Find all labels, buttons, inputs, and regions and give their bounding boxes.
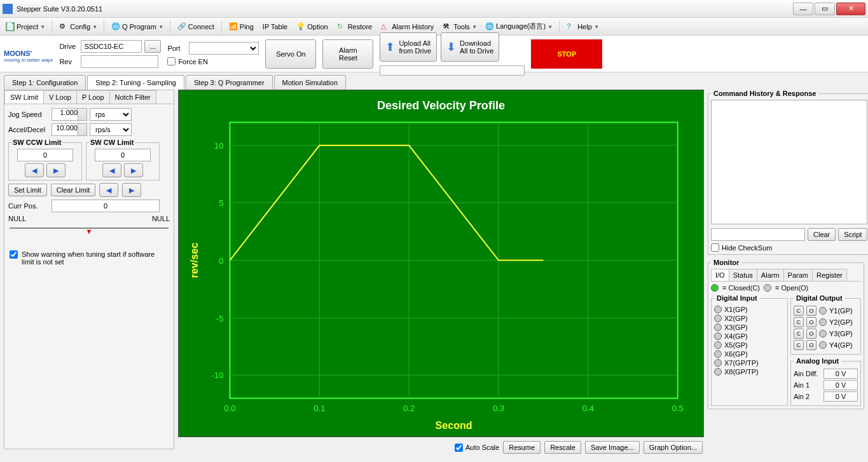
graph-option-button[interactable]: Graph Option... — [644, 441, 703, 454]
close-button[interactable]: ✕ — [836, 3, 865, 15]
subtab-vloop[interactable]: V Loop — [43, 90, 77, 104]
montab-param[interactable]: Param — [783, 269, 813, 281]
jogspeed-unit[interactable]: rps — [90, 108, 132, 121]
rev-label: Rev — [59, 58, 78, 65]
currpos-value — [52, 200, 160, 212]
null-right: NULL — [152, 215, 170, 222]
do-label-3: Y4(GP) — [829, 341, 853, 349]
menu-ping[interactable]: 📶Ping — [226, 20, 257, 33]
null-left: NULL — [8, 215, 26, 222]
do-c-1[interactable]: C — [794, 317, 804, 327]
maximize-button[interactable]: ▭ — [815, 3, 835, 15]
menu-iptable[interactable]: IP Table — [259, 21, 291, 32]
ccw-limit-input[interactable] — [17, 149, 73, 161]
di-label-1: X2(GP) — [724, 315, 748, 322]
do-c-3[interactable]: C — [794, 340, 804, 350]
accel-input[interactable]: 10.000 — [52, 123, 87, 136]
clear-button[interactable]: Clear — [808, 228, 836, 241]
menu-alarm[interactable]: △Alarm History — [378, 20, 437, 33]
accel-unit[interactable]: rps/s — [90, 123, 132, 136]
cw-limit-group: SW CW Limit ◀ ▶ — [86, 139, 160, 180]
jogspeed-input[interactable]: 1.000 — [52, 108, 87, 121]
drive-browse-button[interactable]: ... — [144, 40, 161, 53]
closed-led-icon — [711, 284, 719, 292]
drive-field[interactable] — [81, 40, 142, 53]
upload-all-button[interactable]: ⬆ Upload Allfrom Drive — [380, 32, 437, 62]
warn-checkbox[interactable] — [10, 250, 18, 259]
autoscale-checkbox[interactable] — [455, 444, 463, 452]
menu-option[interactable]: 💡Option — [293, 20, 331, 33]
di-label-4: X5(GP) — [724, 341, 748, 349]
stop-button[interactable]: STOP — [531, 39, 602, 69]
rev-field[interactable] — [81, 55, 158, 68]
download-all-button[interactable]: ⬇ DownloadAll to Drive — [441, 32, 499, 62]
accel-label: Accel/Decel — [8, 126, 49, 133]
app-icon — [3, 4, 13, 14]
menu-connect[interactable]: 🔗Connect — [174, 20, 217, 33]
menu-restore[interactable]: ↻Restore — [334, 20, 376, 33]
menu-language[interactable]: 🌐Language(语言) — [482, 20, 555, 33]
force-en-checkbox[interactable] — [167, 57, 176, 65]
servo-on-button[interactable]: Servo On — [265, 39, 316, 69]
alarm-reset-button[interactable]: Alarm Reset — [322, 39, 373, 69]
set-limit-button[interactable]: Set Limit — [8, 184, 47, 196]
montab-status[interactable]: Status — [729, 269, 757, 281]
limit-slider[interactable]: ▼ — [10, 228, 169, 239]
svg-text:Desired Velocity Profile: Desired Velocity Profile — [377, 99, 505, 112]
minimize-button[interactable]: — — [793, 3, 813, 15]
di-led-7 — [714, 368, 722, 376]
history-textarea[interactable] — [711, 100, 867, 224]
menu-qprogram[interactable]: 🌐Q Program — [108, 20, 166, 33]
ain-diff-value: 0 V — [823, 369, 858, 379]
subtab-ploop[interactable]: P Loop — [76, 90, 110, 104]
do-c-0[interactable]: C — [794, 306, 804, 316]
di-led-1 — [714, 315, 722, 322]
subtab-swlimit[interactable]: SW Limit — [4, 90, 44, 104]
ccw-left-button[interactable]: ◀ — [25, 163, 44, 177]
currpos-label: Curr Pos. — [8, 202, 49, 210]
cw-right-button[interactable]: ▶ — [124, 163, 143, 177]
tab-motion-sim[interactable]: Motion Simulation — [274, 75, 346, 90]
svg-text:0.4: 0.4 — [582, 404, 594, 413]
port-select[interactable] — [189, 42, 259, 55]
tab-step1[interactable]: Step 1: Configuration — [4, 75, 86, 90]
menu-help[interactable]: ?Help — [563, 20, 602, 33]
do-o-3[interactable]: O — [806, 340, 816, 350]
montab-io[interactable]: I/O — [711, 269, 729, 281]
port-label: Port — [167, 44, 186, 52]
tab-step2[interactable]: Step 2: Tuning - Sampling — [87, 75, 184, 90]
open-led-icon — [764, 284, 771, 292]
do-label-1: Y2(GP) — [829, 318, 853, 326]
cw-limit-input[interactable] — [95, 149, 151, 161]
clear-limit-button[interactable]: Clear Limit — [51, 184, 96, 196]
warn-label: Show warning when tuning start if softwa… — [22, 250, 169, 266]
subtab-notch[interactable]: Notch Filter — [109, 90, 156, 104]
progress-bar — [380, 65, 525, 76]
limit-left-button[interactable]: ◀ — [99, 183, 118, 197]
save-image-button[interactable]: Save Image... — [585, 441, 640, 454]
hide-checksum-checkbox[interactable] — [711, 243, 719, 252]
do-label-0: Y1(GP) — [829, 307, 853, 315]
montab-alarm[interactable]: Alarm — [757, 269, 784, 281]
do-c-2[interactable]: C — [794, 329, 804, 339]
menu-tools[interactable]: 🛠Tools — [439, 20, 479, 33]
command-input[interactable] — [711, 228, 805, 241]
svg-text:Second: Second — [436, 419, 472, 431]
cw-left-button[interactable]: ◀ — [102, 163, 121, 177]
menu-project[interactable]: 📄Project — [3, 20, 48, 33]
monitor-panel: Monitor I/O Status Alarm Param Register … — [708, 259, 864, 409]
do-o-1[interactable]: O — [806, 317, 816, 327]
script-button[interactable]: Script — [838, 228, 867, 241]
menu-config[interactable]: ⚙Config — [56, 20, 100, 33]
window-title: Stepper Suite V3.0.20.0511 — [17, 5, 102, 13]
rescale-button[interactable]: Rescale — [544, 441, 581, 454]
do-o-2[interactable]: O — [806, 329, 816, 339]
tab-step3[interactable]: Step 3: Q Programmer — [186, 75, 273, 90]
limit-right-button[interactable]: ▶ — [122, 183, 141, 197]
di-led-6 — [714, 359, 722, 367]
montab-register[interactable]: Register — [812, 269, 847, 281]
di-led-4 — [714, 341, 722, 349]
resume-button[interactable]: Resume — [503, 441, 541, 454]
do-o-0[interactable]: O — [806, 306, 816, 316]
ccw-right-button[interactable]: ▶ — [46, 163, 65, 177]
